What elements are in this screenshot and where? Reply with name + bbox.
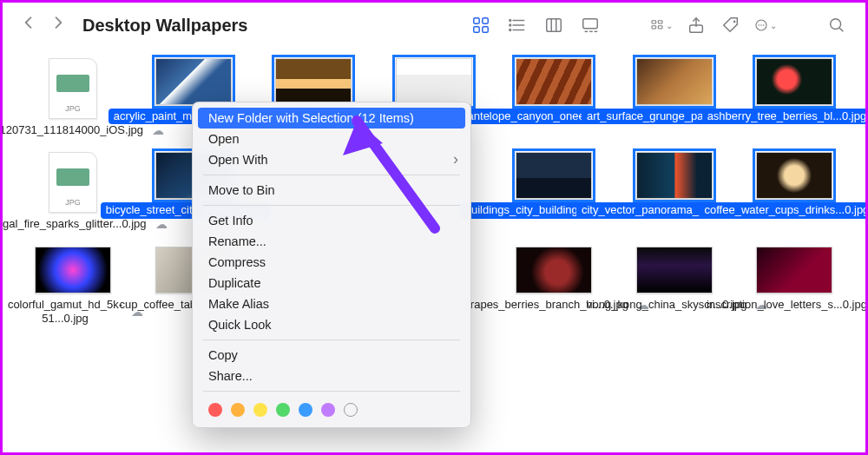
svg-rect-3 (483, 27, 488, 32)
file-item[interactable]: city_vector_panorama_119...0.jpg☁︎ (615, 152, 734, 232)
share-button[interactable] (685, 14, 707, 36)
svg-point-26 (763, 24, 765, 26)
menu-item[interactable]: New Folder with Selection (12 Items) (198, 108, 465, 129)
view-columns-button[interactable] (542, 14, 565, 36)
tag-color-dot[interactable] (253, 403, 267, 417)
file-name: inscription_love_letters_s...0.jpg (701, 297, 868, 313)
file-name: ashberry_tree_berries_bl...0.jpg (702, 109, 868, 124)
file-item[interactable]: coffee_water_cups_drinks...0.jpg☁︎ (734, 152, 854, 232)
menu-item[interactable]: Get Info (193, 210, 470, 231)
file-item[interactable]: hong_kong_china_skyscr...0.jpg☁︎ (615, 247, 734, 327)
file-item[interactable]: colorful_gamut_hd_5k-51...0.jpg☁︎ (13, 247, 133, 327)
file-thumbnail[interactable] (756, 247, 832, 293)
file-name: coffee_water_cups_drinks...0.jpg (700, 202, 868, 218)
file-item[interactable]: buildings_city_building_to...0.jpg☁︎ (494, 152, 614, 232)
file-label-row: bengal_fire_sparks_glitter...0.jpg☁︎ (16, 216, 130, 232)
file-thumbnail[interactable] (396, 58, 472, 105)
menu-separator (203, 205, 460, 206)
context-menu[interactable]: New Folder with Selection (12 Items)Open… (192, 102, 471, 428)
svg-rect-2 (474, 27, 479, 32)
file-label-row: inscription_love_letters_s...0.jpg☁︎ (737, 297, 852, 313)
file-thumbnail[interactable] (516, 58, 592, 105)
menu-item[interactable]: Duplicate (193, 273, 470, 293)
file-label-row: ashberry_tree_berries_bl...0.jpg☁︎ (737, 109, 852, 124)
toolbar: Desktop Wallpapers ⌄ ⌄ (3, 3, 865, 48)
menu-item[interactable]: Quick Look (193, 314, 470, 335)
tag-color-dot[interactable] (208, 403, 222, 417)
arrange-menu-button[interactable]: ⌄ (650, 14, 673, 36)
svg-rect-17 (652, 21, 656, 23)
svg-rect-13 (583, 19, 598, 29)
file-thumbnail[interactable] (49, 58, 97, 119)
tag-color-dot[interactable] (231, 403, 245, 417)
menu-item[interactable]: Open With (193, 149, 470, 170)
file-thumbnail[interactable] (636, 152, 713, 199)
menu-item[interactable]: Share... (193, 366, 470, 386)
actions-menu-button[interactable]: ⌄ (754, 14, 777, 36)
file-label-row: coffee_water_cups_drinks...0.jpg☁︎ (737, 202, 852, 218)
svg-rect-19 (652, 26, 656, 29)
file-thumbnail[interactable] (756, 58, 832, 105)
file-thumbnail[interactable] (516, 247, 592, 293)
window-title: Desktop Wallpapers (82, 16, 247, 36)
menu-separator (203, 175, 460, 175)
menu-item[interactable]: Rename... (193, 231, 470, 252)
tag-color-dot[interactable] (321, 403, 335, 417)
menu-separator (203, 340, 460, 340)
file-item[interactable]: ashberry_tree_berries_bl...0.jpg☁︎ (734, 58, 854, 138)
svg-point-7 (510, 20, 511, 22)
file-thumbnail[interactable] (756, 152, 832, 199)
svg-line-28 (839, 28, 843, 31)
tags-button[interactable] (720, 14, 742, 36)
file-thumbnail[interactable] (636, 58, 713, 105)
file-thumbnail[interactable] (35, 247, 111, 293)
menu-separator (203, 391, 460, 392)
svg-rect-20 (658, 26, 662, 29)
file-name: bengal_fire_sparks_glitter...0.jpg (0, 216, 152, 232)
tag-color-dot[interactable] (299, 403, 312, 417)
menu-item[interactable]: Make Alias (193, 293, 470, 314)
file-item[interactable]: antelope_canyon_onee_...0.jpg☁︎ (494, 58, 614, 138)
svg-rect-10 (547, 19, 562, 32)
file-thumbnail[interactable] (49, 152, 97, 213)
svg-point-25 (760, 24, 762, 26)
svg-point-8 (510, 24, 511, 26)
file-thumbnail[interactable] (516, 152, 592, 199)
view-icons-button[interactable] (470, 14, 492, 36)
svg-point-24 (759, 24, 760, 26)
svg-point-9 (510, 30, 511, 31)
nav-forward-button[interactable] (49, 14, 67, 36)
file-name: colorful_gamut_hd_5k-51...0.jpg (3, 297, 128, 327)
file-item[interactable]: art_surface_grunge_pain...0.jpg☁︎ (615, 58, 734, 138)
svg-rect-0 (474, 18, 479, 23)
file-item[interactable]: grapes_berries_branch_vi...0.jpg☁︎ (494, 247, 614, 327)
menu-item[interactable]: Compress (193, 252, 470, 273)
menu-item[interactable]: Open (193, 129, 470, 149)
file-item[interactable]: inscription_love_letters_s...0.jpg☁︎ (734, 247, 854, 327)
file-label-row: colorful_gamut_hd_5k-51...0.jpg☁︎ (16, 297, 130, 327)
svg-rect-18 (658, 21, 662, 23)
search-button[interactable] (825, 14, 848, 36)
file-thumbnail[interactable] (155, 58, 232, 105)
menu-item[interactable]: Move to Bin (193, 180, 470, 201)
file-label-row: 20120731_111814000_iOS.jpg☁︎ (16, 122, 130, 138)
file-thumbnail[interactable] (636, 247, 713, 293)
nav-back-button[interactable] (20, 14, 37, 36)
view-mode-group (470, 14, 602, 36)
file-item[interactable]: bengal_fire_sparks_glitter...0.jpg☁︎ (13, 152, 133, 232)
view-list-button[interactable] (506, 14, 529, 36)
view-gallery-button[interactable] (579, 14, 602, 36)
menu-tag-row (193, 396, 470, 419)
file-thumbnail[interactable] (275, 58, 352, 105)
file-item[interactable]: 20120731_111814000_iOS.jpg☁︎ (13, 58, 133, 138)
svg-point-27 (831, 19, 841, 30)
file-name: 20120731_111814000_iOS.jpg (0, 122, 148, 138)
menu-item[interactable]: Copy (193, 345, 470, 366)
tag-color-dot[interactable] (276, 403, 290, 417)
tag-none-dot[interactable] (344, 403, 358, 417)
svg-rect-1 (483, 18, 488, 23)
svg-point-22 (733, 21, 736, 23)
